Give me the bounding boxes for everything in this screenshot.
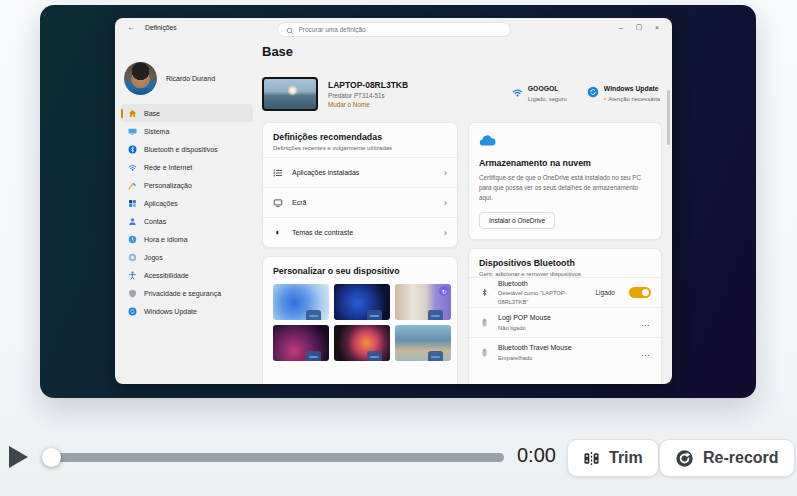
rerecord-icon [675,449,694,468]
wallpaper-thumbnail[interactable] [273,284,329,320]
cloud-body: Certifique-se de que o OneDrive está ins… [479,173,651,202]
sidebar-item-acessibilidade[interactable]: Acessibilidade [120,266,253,284]
network-status[interactable]: GOOGOL Ligado, seguro [512,84,567,103]
sidebar-item-rede[interactable]: Rede e Internet [120,158,253,176]
playback-time: 0:00 [517,444,556,467]
more-options-icon[interactable]: … [641,318,651,328]
windows-update-status[interactable]: Windows Update •Atenção necessária [587,84,660,105]
wallpaper-grid: ↻ [263,282,457,371]
taskbar-preview [428,351,443,361]
bluetooth-status: Detetável como "LAPTOP-08RL3TKB" [498,289,587,306]
rerecord-button[interactable]: Re-record [659,439,795,477]
sidebar-item-base[interactable]: Base [120,104,253,122]
seek-handle[interactable] [42,448,61,467]
device-row-logi-pop-mouse[interactable]: Logi POP Mouse Não ligado … [469,307,661,337]
wallpaper-thumbnail[interactable] [273,325,329,361]
seek-bar[interactable] [46,453,504,462]
device-name: Logi POP Mouse [498,313,633,324]
sidebar-item-jogos[interactable]: Jogos [120,248,253,266]
update-state: •Atenção necessária [604,94,660,105]
settings-search-box[interactable] [277,22,511,37]
onedrive-cloud-icon [479,133,496,150]
window-title: Definições [145,24,177,31]
recommended-settings-card: Definições recomendadas Definições recen… [262,122,458,248]
search-input[interactable] [299,26,502,33]
apps-grid-icon [128,199,137,208]
sidebar-item-sistema[interactable]: Sistema [120,122,253,140]
chevron-right-icon: › [444,168,447,178]
device-row-bluetooth-travel-mouse[interactable]: Bluetooth Travel Mouse Emparelhado … [469,337,661,367]
cloud-storage-card: Armazenamento na nuvem Certifique-se de … [468,122,662,240]
sidebar-item-personalizacao[interactable]: Personalização [120,176,253,194]
sidebar-item-contas[interactable]: Contas [120,212,253,230]
personalize-title: Personalizar o seu dispositivo [273,266,447,276]
bluetooth-toggle-row: Bluetooth Detetável como "LAPTOP-08RL3TK… [469,277,661,307]
paintbrush-icon [128,181,137,190]
device-name: Bluetooth Travel Mouse [498,343,633,354]
sidebar-item-label: Hora e idioma [144,236,188,243]
wallpaper-thumbnail[interactable]: ↻ [395,284,451,320]
sidebar-item-windows-update[interactable]: Windows Update [120,302,253,320]
wallpaper-thumbnail[interactable] [334,325,390,361]
back-arrow-icon[interactable]: ← [127,23,135,32]
rename-device-link[interactable]: Mudar o Nome [328,100,408,109]
bluetooth-discover-icon [479,284,490,302]
sidebar-item-label: Windows Update [144,308,197,315]
user-avatar [124,62,157,95]
contrast-themes-row[interactable]: ◐ Temas de contraste › [263,217,457,247]
network-state: Ligado, seguro [528,95,567,104]
taskbar-preview [306,310,321,320]
installed-apps-row[interactable]: Aplicações instaladas › [263,157,457,187]
sidebar-item-aplicacoes[interactable]: Aplicações [120,194,253,212]
display-row[interactable]: Ecrã › [263,187,457,217]
monitor-icon [273,198,283,208]
user-name: Ricardo Durand [166,75,215,82]
taskbar-preview [306,351,321,361]
maximize-icon[interactable]: ▢ [630,20,648,34]
sidebar-item-privacidade[interactable]: Privacidade e segurança [120,284,253,302]
bluetooth-toggle[interactable] [629,287,651,298]
trim-button[interactable]: Trim [567,439,659,477]
bluetooth-card-title: Dispositivos Bluetooth [479,258,651,268]
play-button[interactable] [9,446,28,468]
trim-label: Trim [609,449,643,467]
update-title: Windows Update [604,84,660,94]
home-icon [128,109,137,118]
device-status: Não ligado [498,324,633,333]
video-preview: ← Definições – ▢ × Ricardo Durand [40,5,756,398]
display-icon [128,127,137,136]
chevron-right-icon: › [444,228,447,238]
sidebar-item-label: Jogos [144,254,163,261]
sidebar-item-hora-idioma[interactable]: Hora e idioma [120,230,253,248]
settings-main: Base LAPTOP-08RL3TKB Predator PT314-51s … [258,40,672,384]
bluetooth-name: Bluetooth [498,279,587,290]
close-icon[interactable]: × [648,20,666,34]
row-label: Ecrã [292,199,435,206]
network-ssid: GOOGOL [528,84,567,94]
recommended-title: Definições recomendadas [273,132,447,142]
sidebar-item-bluetooth[interactable]: Bluetooth e dispositivos [120,140,253,158]
device-model: Predator PT314-51s [328,91,408,100]
install-onedrive-button[interactable]: Instalar o OneDrive [479,212,555,229]
sync-badge-icon: ↻ [439,286,449,296]
wallpaper-thumbnail[interactable] [395,325,451,361]
taskbar-preview [367,351,382,361]
sidebar-item-label: Bluetooth e dispositivos [144,146,218,153]
toggle-label: Ligado [595,289,615,296]
personalize-card: Personalizar o seu dispositivo ↻ [262,256,458,384]
bluetooth-icon [128,145,137,154]
settings-window: ← Definições – ▢ × Ricardo Durand [115,18,672,384]
user-profile[interactable]: Ricardo Durand [124,62,215,95]
wallpaper-thumbnail[interactable] [334,284,390,320]
search-icon [286,21,294,39]
recommended-subtitle: Definições recentes e vulgarmente utiliz… [273,145,447,151]
app-list-icon [273,168,283,178]
row-label: Aplicações instaladas [292,169,435,176]
sidebar-item-label: Base [144,110,160,117]
sidebar-nav: Base Sistema Bluetooth e dispositivos Re… [120,104,253,320]
page-title: Base [262,44,293,59]
taskbar-preview [367,310,382,320]
minimize-icon[interactable]: – [612,20,630,34]
more-options-icon[interactable]: … [641,348,651,358]
device-name: LAPTOP-08RL3TKB [328,79,408,91]
